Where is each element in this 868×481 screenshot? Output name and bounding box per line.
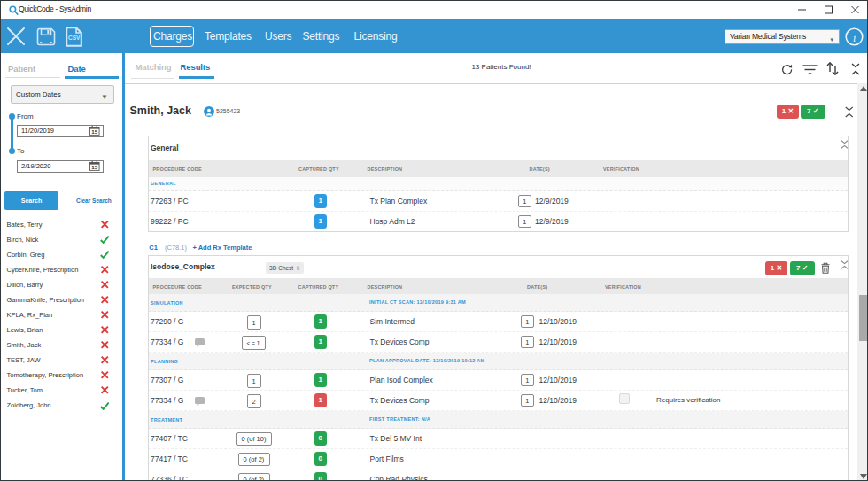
svg-text:15: 15: [91, 128, 97, 135]
svg-text:CSV: CSV: [68, 35, 81, 41]
svg-text:i: i: [853, 32, 856, 44]
svg-text:15: 15: [91, 164, 97, 170]
